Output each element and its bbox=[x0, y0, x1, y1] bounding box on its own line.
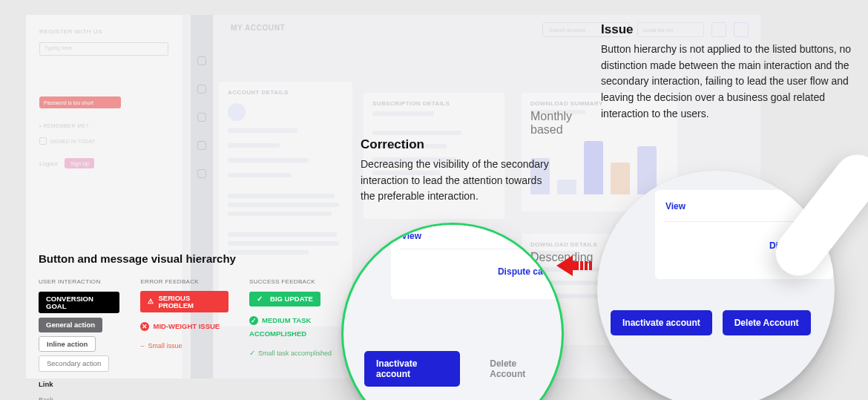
pill-back: Back bbox=[39, 396, 53, 401]
mock-input: Typing here bbox=[39, 42, 168, 56]
issue-block: Issue Button hierarchy is not applied to… bbox=[601, 22, 853, 122]
legend-block: Button and message visual hierarchy USER… bbox=[39, 252, 358, 400]
lens-issue: View Dispute case Inactivate account Del… bbox=[597, 171, 835, 400]
pill-conversion-goal: CONVERSION GOAL bbox=[39, 292, 119, 313]
delete-button-primary[interactable]: Delete Account bbox=[723, 310, 811, 335]
correction-title: Correction bbox=[361, 137, 553, 152]
issue-title: Issue bbox=[601, 22, 853, 37]
svg-rect-3 bbox=[589, 261, 592, 270]
pill-midweight-issue: MID-WEIGHT ISSUE bbox=[140, 322, 220, 330]
correction-block: Correction Decreasing the visibility of … bbox=[361, 137, 553, 205]
mock-checkbox-row: SIGNED IN TODAY bbox=[39, 137, 168, 145]
legend-col-error: ERROR FEEDBACK SERIOUS PROBLEM MID-WEIGH… bbox=[140, 278, 228, 400]
pill-medium-task: MEDIUM TASK ACCOMPLISHED bbox=[249, 316, 311, 338]
correction-body: Decreasing the visibility of the seconda… bbox=[361, 157, 553, 205]
register-title: REGISTER WITH US bbox=[39, 28, 168, 35]
view-link[interactable]: View bbox=[665, 201, 685, 212]
svg-rect-1 bbox=[580, 261, 583, 270]
svg-rect-2 bbox=[585, 261, 588, 270]
pill-link: Link bbox=[39, 380, 53, 388]
mock-bottom-actions: Logout Sign Up bbox=[39, 158, 168, 168]
pill-small-task: Small task accomplished bbox=[249, 350, 332, 357]
arrow-icon bbox=[556, 252, 595, 279]
pill-big-update: BIG UPDATE bbox=[249, 292, 320, 306]
legend-col-user: USER INTERACTION CONVERSION GOAL General… bbox=[39, 278, 119, 400]
pill-inline-action: Inline action bbox=[39, 336, 96, 353]
delete-button-secondary[interactable]: Delete Account bbox=[478, 351, 562, 387]
inactivate-button[interactable]: Inactivate account bbox=[611, 310, 712, 335]
legend-col-header: SUCCESS FEEDBACK bbox=[249, 278, 358, 285]
legend-col-header: USER INTERACTION bbox=[39, 278, 119, 285]
mock-error-btn: Password is too short bbox=[39, 96, 121, 108]
pill-small-issue: Small issue bbox=[140, 342, 182, 350]
pill-general-action: General action bbox=[39, 318, 102, 332]
inactivate-button[interactable]: Inactivate account bbox=[364, 351, 460, 387]
issue-body: Button hierarchy is not applied to the l… bbox=[601, 42, 853, 122]
svg-marker-0 bbox=[556, 255, 579, 276]
legend-col-header: ERROR FEEDBACK bbox=[140, 278, 228, 285]
pill-secondary-action: Secondary action bbox=[39, 355, 109, 372]
pill-serious-problem: SERIOUS PROBLEM bbox=[140, 291, 228, 312]
mock-remember: • REMEMBER ME? bbox=[39, 123, 168, 128]
legend-title: Button and message visual hierarchy bbox=[39, 252, 358, 265]
